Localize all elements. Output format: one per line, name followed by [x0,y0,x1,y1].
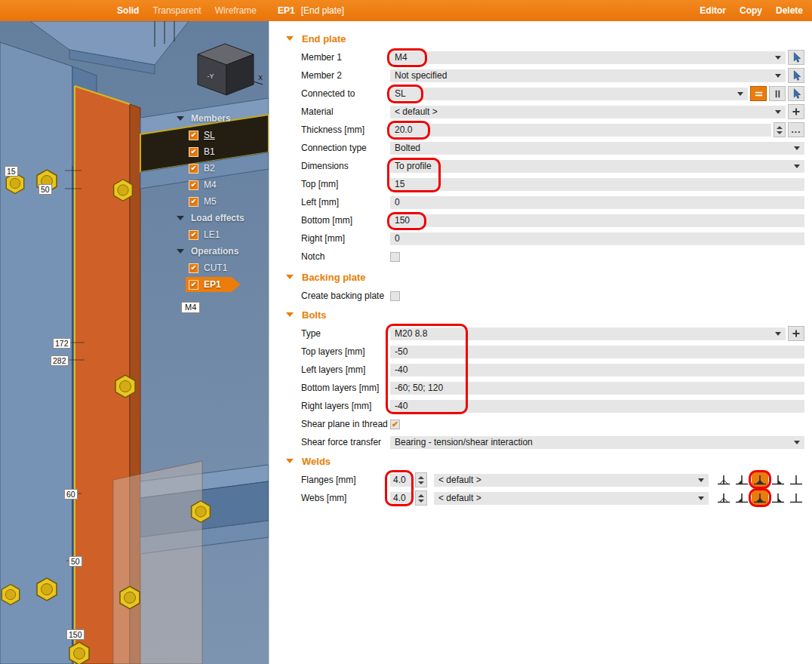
shear-transfer-select[interactable]: Bearing - tension/shear interaction [390,436,804,449]
tree-group-operations[interactable]: Operations [172,243,269,260]
field-label: Create backing plate [301,290,390,301]
member-tag: M4 [181,302,200,313]
fillet-weld-right-icon[interactable] [770,472,786,487]
pointer-icon [790,88,802,100]
operation-header: EP1 [End plate] Editor Copy Delete [269,0,812,21]
tree-group-members[interactable]: Members [172,110,269,127]
render-mode-transparent[interactable]: Transparent [152,5,201,16]
tree-group-load-effects[interactable]: Load effects [172,210,269,226]
tree-item-m4[interactable]: ✔ M4 [172,177,269,193]
row-create-backing-plate: Create backing plate [285,287,804,305]
pick-member1-button[interactable] [788,50,804,65]
tree-item-le1[interactable]: ✔ LE1 [172,226,269,243]
double-fillet-weld-icon[interactable] [752,490,768,506]
checkbox-checked-icon[interactable]: ✔ [189,197,198,207]
left-layers-input[interactable]: -40 [390,364,804,377]
render-mode-wireframe[interactable]: Wireframe [215,5,257,16]
connected-to-select[interactable]: SL [390,88,748,100]
fillet-weld-left-icon[interactable] [734,472,750,487]
bolt-type-select[interactable]: M20 8.8 [390,327,786,340]
dim-label: 172 [53,338,71,349]
field-label: Right [mm] [301,233,390,244]
checkbox-checked-icon[interactable]: ✔ [189,230,198,240]
member1-select[interactable]: M4 [390,51,786,64]
create-backing-plate-checkbox[interactable] [390,291,400,301]
web-weld-size-input[interactable]: 4.0 [390,492,413,505]
add-material-button[interactable] [788,104,804,119]
collapse-icon[interactable] [286,275,294,279]
notch-checkbox[interactable] [390,252,400,262]
right-layers-input[interactable]: -40 [390,400,804,413]
tree-item-m5[interactable]: ✔ M5 [172,193,269,210]
flange-weld-material-select[interactable]: < default > [434,474,709,487]
tree-item-ep1-selected[interactable]: ✔ EP1 [172,276,269,293]
row-thickness: Thickness [mm] 20.0 ... [285,121,804,139]
tree-item-cut1[interactable]: ✔ CUT1 [172,260,269,276]
field-label: Member 1 [301,52,390,63]
row-member2: Member 2 Not specified [285,66,804,85]
add-bolt-assembly-button[interactable] [788,326,804,341]
bottom-layers-input[interactable]: -60; 50; 120 [390,382,804,395]
top-layers-input[interactable]: -50 [390,346,804,358]
collapse-icon[interactable] [286,312,294,317]
dimensions-select[interactable]: To profile [390,160,804,173]
thickness-spinner[interactable] [774,122,786,137]
row-connection-type: Connection type Bolted [285,139,804,157]
pick-member2-button[interactable] [788,68,804,83]
row-bottom-layers: Bottom layers [mm] -60; 50; 120 [285,379,804,397]
checkbox-checked-icon[interactable]: ✔ [189,131,198,140]
plate-vertical-button[interactable] [769,86,786,101]
web-weld-spinner[interactable] [415,490,427,506]
double-fillet-weld-outline-icon[interactable] [715,472,732,487]
double-fillet-weld-icon[interactable] [752,472,768,487]
field-label: Webs [mm] [301,493,390,503]
checkbox-checked-icon[interactable]: ✔ [189,164,198,174]
navigation-cube[interactable]: -Y X [187,38,266,100]
flange-weld-size-input[interactable]: 4.0 [390,474,413,487]
editor-button[interactable]: Editor [700,5,726,16]
butt-weld-icon[interactable] [788,472,804,487]
field-label: Top layers [mm] [301,346,390,357]
thickness-input[interactable]: 20.0 [390,124,771,137]
thickness-more-button[interactable]: ... [788,122,804,137]
checkbox-checked-icon[interactable]: ✔ [189,180,198,190]
right-input[interactable]: 0 [390,232,804,245]
collapse-icon[interactable] [286,36,294,41]
connection-type-select[interactable]: Bolted [390,142,804,155]
pick-connected-button[interactable] [788,86,804,101]
material-select[interactable]: < default > [390,106,786,118]
field-label: Material [301,106,390,117]
checkbox-checked-icon[interactable]: ✔ [189,263,198,273]
collapse-icon[interactable] [177,116,184,121]
collapse-icon[interactable] [177,249,184,254]
tree-item-sl[interactable]: ✔ SL [172,127,269,143]
property-panel: End plate Member 1 M4 Member 2 Not speci… [269,21,812,664]
delete-button[interactable]: Delete [776,5,803,16]
collapse-icon[interactable] [177,216,184,220]
tree-item-b1[interactable]: ✔ B1 [172,143,269,160]
flange-weld-spinner[interactable] [415,472,427,487]
checkbox-checked-icon[interactable]: ✔ [189,280,198,290]
operation-title: EP1 [278,5,295,16]
row-left: Left [mm] 0 [285,193,804,211]
viewport-3d[interactable]: -Y X 15 50 172 282 60 50 150 M4 Members … [0,21,269,664]
bottom-input[interactable]: 150 [390,214,804,227]
copy-button[interactable]: Copy [740,5,762,16]
checkbox-checked-icon[interactable]: ✔ [189,147,198,157]
web-weld-material-select[interactable]: < default > [434,492,709,505]
render-mode-solid[interactable]: Solid [117,5,139,16]
fillet-weld-left-icon[interactable] [734,490,750,506]
tree-item-b2[interactable]: ✔ B2 [172,160,269,177]
left-input[interactable]: 0 [390,196,804,209]
idea-statica-window: Solid Transparent Wireframe EP1 [End pla… [0,0,812,664]
row-bolt-type: Type M20 8.8 [285,324,804,343]
butt-weld-icon[interactable] [788,490,804,506]
top-input[interactable]: 15 [390,178,804,191]
double-fillet-weld-outline-icon[interactable] [715,490,732,506]
fillet-weld-right-icon[interactable] [770,490,786,506]
collapse-icon[interactable] [286,459,294,463]
plate-horizontal-button[interactable] [750,86,767,101]
shear-plane-checkbox[interactable]: ✔ [390,420,400,429]
row-right-layers: Right layers [mm] -40 [285,397,804,415]
member2-select[interactable]: Not specified [390,69,786,82]
